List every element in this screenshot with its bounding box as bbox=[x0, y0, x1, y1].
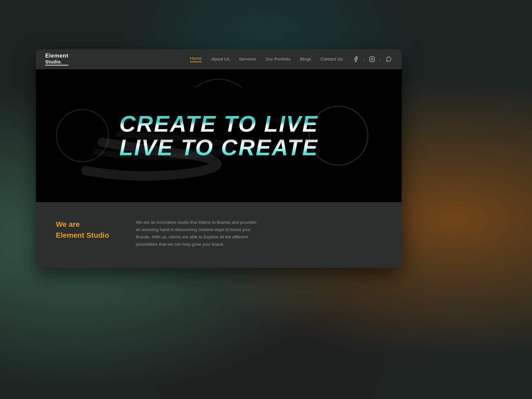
we-are-label: We are bbox=[56, 219, 109, 230]
hero-banner: CREATE TO LIVE LIVE TO CREATE bbox=[36, 69, 402, 202]
svg-rect-0 bbox=[370, 57, 375, 62]
svg-point-2 bbox=[373, 58, 374, 58]
logo[interactable]: Element Studio. bbox=[45, 53, 68, 66]
top-arc-decoration bbox=[186, 69, 252, 89]
nav-services[interactable]: Services bbox=[239, 57, 256, 62]
svg-point-1 bbox=[371, 58, 373, 60]
nav-blogs[interactable]: Blogs bbox=[300, 57, 311, 62]
main-card: Element Studio. Home About Us Services O… bbox=[36, 49, 402, 268]
nav-home[interactable]: Home bbox=[190, 56, 202, 62]
hero-line-2: LIVE TO CREATE bbox=[119, 136, 319, 159]
instagram-icon[interactable] bbox=[368, 56, 376, 63]
studio-name-label: Element Studio bbox=[56, 230, 109, 241]
hero-text-container: CREATE TO LIVE LIVE TO CREATE bbox=[106, 112, 332, 160]
nav-contact[interactable]: Contact Us bbox=[321, 57, 343, 62]
description-text: We are an innovative studio that listens… bbox=[136, 219, 262, 248]
hero-line-1: CREATE TO LIVE bbox=[119, 112, 319, 136]
nav-links: Home About Us Services Our Portfolio Blo… bbox=[190, 56, 343, 62]
nav-about[interactable]: About Us bbox=[211, 57, 230, 62]
nav-portfolio[interactable]: Our Portfolio bbox=[265, 57, 291, 62]
whatsapp-icon[interactable] bbox=[385, 56, 392, 63]
we-are-block: We are Element Studio bbox=[56, 219, 109, 241]
bottom-section: We are Element Studio We are an innovati… bbox=[36, 202, 402, 268]
brush-circle-left bbox=[56, 109, 109, 162]
logo-line1: Element bbox=[45, 53, 68, 59]
logo-line2: Studio. bbox=[45, 59, 68, 66]
facebook-icon[interactable] bbox=[352, 56, 359, 63]
social-icons: | | bbox=[352, 56, 392, 63]
social-sep-2: | bbox=[380, 57, 381, 62]
social-sep-1: | bbox=[363, 57, 365, 62]
navbar: Element Studio. Home About Us Services O… bbox=[36, 49, 402, 69]
